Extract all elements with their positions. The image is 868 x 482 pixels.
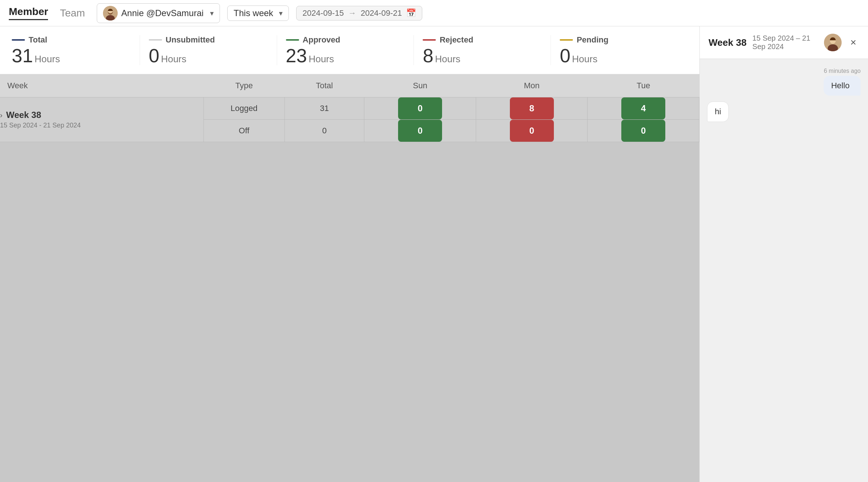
stat-pending-value: 0 Hours — [560, 46, 679, 65]
table-area: Week Type Total Sun Mon Tue › — [0, 74, 699, 482]
stat-approved-label: Approved — [286, 35, 405, 45]
day-tue-off[interactable]: 0 — [588, 120, 699, 142]
week-selector[interactable]: This week ▾ — [227, 5, 289, 21]
day-mon-logged[interactable]: 8 — [476, 97, 588, 120]
date-end: 2024-09-21 — [361, 8, 402, 18]
col-week: Week — [0, 74, 203, 97]
stat-total: Total 31 Hours — [12, 35, 140, 65]
day-tue-logged[interactable]: 4 — [588, 97, 699, 120]
day-tue-logged-btn[interactable]: 4 — [621, 97, 665, 119]
col-type: Type — [203, 74, 284, 97]
stat-total-label: Total — [12, 35, 131, 45]
chat-date-range: 15 Sep 2024 – 21 Sep 2024 — [753, 34, 818, 51]
message-1: 6 minutes ago Hello — [824, 68, 861, 96]
date-start: 2024-09-15 — [302, 8, 344, 18]
chat-messages: 6 minutes ago Hello hi — [700, 59, 868, 482]
top-bar: Member Team Annie @DevSamurai ▾ This wee… — [0, 0, 868, 26]
stat-approved-value: 23 Hours — [286, 46, 405, 65]
stat-approved: Approved 23 Hours — [277, 35, 414, 65]
week-cell[interactable]: › Week 38 15 Sep 2024 - 21 Sep 2024 — [0, 97, 203, 142]
tab-member[interactable]: Member — [9, 6, 48, 20]
table-row: › Week 38 15 Sep 2024 - 21 Sep 2024 Logg… — [0, 97, 699, 120]
stat-pending-label: Pending — [560, 35, 679, 45]
col-sun: Sun — [364, 74, 476, 97]
stat-rejected-label: Rejected — [423, 35, 542, 45]
msg-1-text: Hello — [824, 76, 861, 96]
col-total: Total — [284, 74, 364, 97]
tab-team[interactable]: Team — [60, 7, 85, 19]
main-area: Total 31 Hours Unsubmitted 0 Hours — [0, 26, 868, 482]
chat-header: Week 38 15 Sep 2024 – 21 Sep 2024 × — [700, 26, 868, 59]
day-mon-logged-btn[interactable]: 8 — [510, 97, 554, 119]
stat-pending: Pending 0 Hours — [551, 35, 688, 65]
close-chat-button[interactable]: × — [847, 35, 859, 50]
timesheet-table: Week Type Total Sun Mon Tue › — [0, 74, 699, 142]
day-sun-off[interactable]: 0 — [364, 120, 476, 142]
col-tue: Tue — [588, 74, 699, 97]
date-range-display: 2024-09-15 → 2024-09-21 📅 — [296, 6, 422, 21]
week-filter-label: This week — [233, 8, 273, 18]
stat-unsubmitted-label: Unsubmitted — [149, 35, 268, 45]
day-mon-off-btn[interactable]: 0 — [510, 120, 554, 142]
message-2: hi — [707, 101, 729, 122]
stat-unsubmitted: Unsubmitted 0 Hours — [140, 35, 277, 65]
day-mon-off[interactable]: 0 — [476, 120, 588, 142]
calendar-icon[interactable]: 📅 — [406, 8, 416, 18]
user-name: Annie @DevSamurai — [121, 8, 203, 18]
total-logged: 31 — [284, 97, 364, 120]
user-selector[interactable]: Annie @DevSamurai ▾ — [97, 3, 220, 23]
user-selector-chevron: ▾ — [210, 9, 214, 18]
day-sun-logged[interactable]: 0 — [364, 97, 476, 120]
week-selector-chevron: ▾ — [279, 9, 283, 18]
stat-unsubmitted-line — [149, 40, 162, 40]
stat-total-value: 31 Hours — [12, 46, 131, 65]
stat-rejected: Rejected 8 Hours — [414, 35, 551, 65]
stats-bar: Total 31 Hours Unsubmitted 0 Hours — [0, 26, 699, 74]
stat-rejected-line — [423, 39, 436, 41]
chat-panel: Week 38 15 Sep 2024 – 21 Sep 2024 × 6 mi… — [699, 26, 868, 482]
day-sun-off-btn[interactable]: 0 — [398, 120, 442, 142]
stat-pending-line — [560, 39, 573, 41]
chat-avatar — [824, 34, 842, 51]
col-mon: Mon — [476, 74, 588, 97]
stat-approved-line — [286, 39, 299, 41]
left-panel: Total 31 Hours Unsubmitted 0 Hours — [0, 26, 699, 482]
date-arrow: → — [348, 8, 356, 18]
total-off: 0 — [284, 120, 364, 142]
stat-total-line — [12, 39, 25, 41]
type-logged: Logged — [203, 97, 284, 120]
expand-icon[interactable]: › — [0, 111, 3, 119]
day-sun-logged-btn[interactable]: 0 — [398, 97, 442, 119]
day-tue-off-btn[interactable]: 0 — [621, 120, 665, 142]
msg-1-time: 6 minutes ago — [824, 68, 861, 74]
stat-unsubmitted-value: 0 Hours — [149, 46, 268, 65]
type-off: Off — [203, 120, 284, 142]
user-avatar — [103, 6, 118, 21]
chat-week-title: Week 38 — [709, 37, 747, 48]
stat-rejected-value: 8 Hours — [423, 46, 542, 65]
msg-2-text: hi — [707, 101, 729, 122]
